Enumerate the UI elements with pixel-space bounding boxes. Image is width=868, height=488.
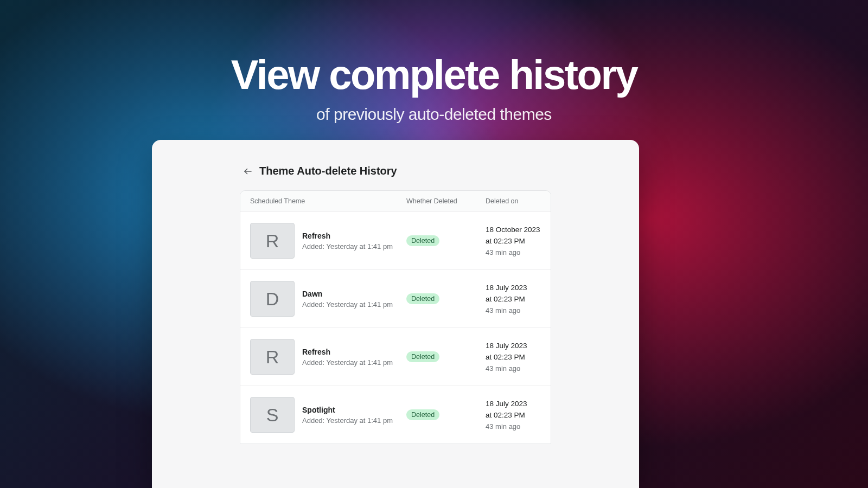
theme-cell: S Spotlight Added: Yesterday at 1:41 pm xyxy=(250,397,406,433)
status-cell: Deleted xyxy=(406,293,486,304)
deleted-date-line2: at 02:23 PM xyxy=(486,410,541,420)
panel-title: Theme Auto-delete History xyxy=(259,165,397,177)
back-arrow-icon[interactable] xyxy=(243,166,253,176)
table-row: S Spotlight Added: Yesterday at 1:41 pm … xyxy=(240,386,551,444)
deleted-date-line2: at 02:23 PM xyxy=(486,352,541,362)
history-panel: Theme Auto-delete History Scheduled Them… xyxy=(152,140,639,488)
status-cell: Deleted xyxy=(406,409,486,420)
deleted-date-line1: 18 July 2023 xyxy=(486,341,541,351)
table-row: R Refresh Added: Yesterday at 1:41 pm De… xyxy=(240,328,551,386)
theme-name: Dawn xyxy=(302,290,393,298)
status-badge: Deleted xyxy=(406,293,439,304)
theme-added: Added: Yesterday at 1:41 pm xyxy=(302,358,393,367)
deleted-ago: 43 min ago xyxy=(486,306,541,314)
theme-added: Added: Yesterday at 1:41 pm xyxy=(302,300,393,309)
theme-info: Spotlight Added: Yesterday at 1:41 pm xyxy=(302,406,393,425)
status-cell: Deleted xyxy=(406,351,486,362)
column-header-status: Whether Deleted xyxy=(406,197,486,205)
deleted-date-line1: 18 July 2023 xyxy=(486,399,541,409)
status-cell: Deleted xyxy=(406,235,486,246)
deleted-cell: 18 July 2023 at 02:23 PM 43 min ago xyxy=(486,341,541,372)
theme-cell: R Refresh Added: Yesterday at 1:41 pm xyxy=(250,223,406,259)
history-table: Scheduled Theme Whether Deleted Deleted … xyxy=(240,190,551,444)
theme-name: Refresh xyxy=(302,232,393,240)
deleted-date-line2: at 02:23 PM xyxy=(486,236,541,246)
theme-name: Refresh xyxy=(302,348,393,356)
theme-avatar: R xyxy=(250,339,295,375)
background: View complete history of previously auto… xyxy=(0,0,868,488)
hero: View complete history of previously auto… xyxy=(0,53,868,124)
deleted-ago: 43 min ago xyxy=(486,248,541,256)
theme-info: Refresh Added: Yesterday at 1:41 pm xyxy=(302,348,393,367)
deleted-ago: 43 min ago xyxy=(486,364,541,373)
deleted-date-line1: 18 October 2023 xyxy=(486,225,541,235)
column-header-deleted-on: Deleted on xyxy=(486,197,541,205)
status-badge: Deleted xyxy=(406,351,439,362)
theme-info: Refresh Added: Yesterday at 1:41 pm xyxy=(302,232,393,251)
theme-cell: D Dawn Added: Yesterday at 1:41 pm xyxy=(250,281,406,317)
table-row: D Dawn Added: Yesterday at 1:41 pm Delet… xyxy=(240,270,551,328)
deleted-cell: 18 October 2023 at 02:23 PM 43 min ago xyxy=(486,225,541,256)
hero-subtitle: of previously auto-deleted themes xyxy=(0,105,868,124)
theme-added: Added: Yesterday at 1:41 pm xyxy=(302,416,393,425)
column-header-theme: Scheduled Theme xyxy=(250,197,406,205)
theme-cell: R Refresh Added: Yesterday at 1:41 pm xyxy=(250,339,406,375)
deleted-date-line2: at 02:23 PM xyxy=(486,294,541,304)
theme-avatar: D xyxy=(250,281,295,317)
table-header-row: Scheduled Theme Whether Deleted Deleted … xyxy=(240,191,551,212)
status-badge: Deleted xyxy=(406,235,439,246)
deleted-ago: 43 min ago xyxy=(486,422,541,431)
theme-avatar: S xyxy=(250,397,295,433)
table-row: R Refresh Added: Yesterday at 1:41 pm De… xyxy=(240,212,551,270)
theme-avatar: R xyxy=(250,223,295,259)
panel-header: Theme Auto-delete History xyxy=(152,140,639,190)
deleted-date-line1: 18 July 2023 xyxy=(486,283,541,293)
deleted-cell: 18 July 2023 at 02:23 PM 43 min ago xyxy=(486,283,541,314)
deleted-cell: 18 July 2023 at 02:23 PM 43 min ago xyxy=(486,399,541,430)
status-badge: Deleted xyxy=(406,409,439,420)
theme-added: Added: Yesterday at 1:41 pm xyxy=(302,242,393,251)
theme-info: Dawn Added: Yesterday at 1:41 pm xyxy=(302,290,393,309)
hero-title: View complete history xyxy=(0,53,868,97)
theme-name: Spotlight xyxy=(302,406,393,414)
